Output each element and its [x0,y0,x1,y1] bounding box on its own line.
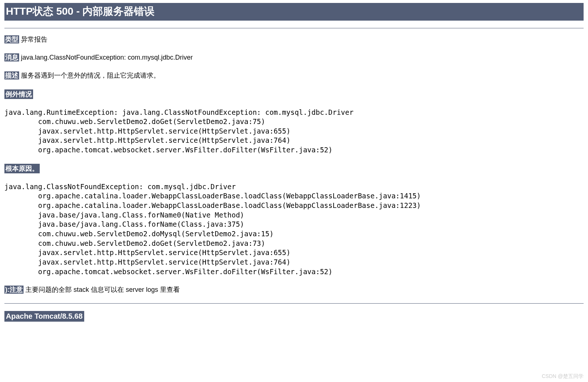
description-label: 描述 [4,71,19,79]
exception-heading: 例外情况 [4,89,33,99]
description-row: 描述 服务器遇到一个意外的情况，阻止它完成请求。 [4,71,584,80]
note-row: ):注意 主要问题的全部 stack 信息可以在 server logs 里查看 [4,285,584,294]
exception-stacktrace: java.lang.RuntimeException: java.lang.Cl… [4,108,584,155]
type-value: 异常报告 [21,36,47,43]
note-label: ):注意 [4,286,24,294]
note-value: 主要问题的全部 stack 信息可以在 server logs 里查看 [25,286,180,293]
divider-top [4,28,584,28]
description-value: 服务器遇到一个意外的情况，阻止它完成请求。 [21,72,160,79]
page-title: HTTP状态 500 - 内部服务器错误 [4,3,584,21]
message-row: 消息 java.lang.ClassNotFoundException: com… [4,53,584,62]
rootcause-stacktrace: java.lang.ClassNotFoundException: com.my… [4,182,584,276]
type-label: 类型 [4,35,19,43]
type-row: 类型 异常报告 [4,35,584,44]
message-label: 消息 [4,53,19,61]
divider-bottom [4,303,584,304]
message-value: java.lang.ClassNotFoundException: com.my… [21,54,193,61]
server-footer: Apache Tomcat/8.5.68 [4,311,84,322]
rootcause-heading: 根本原因。 [4,164,40,173]
